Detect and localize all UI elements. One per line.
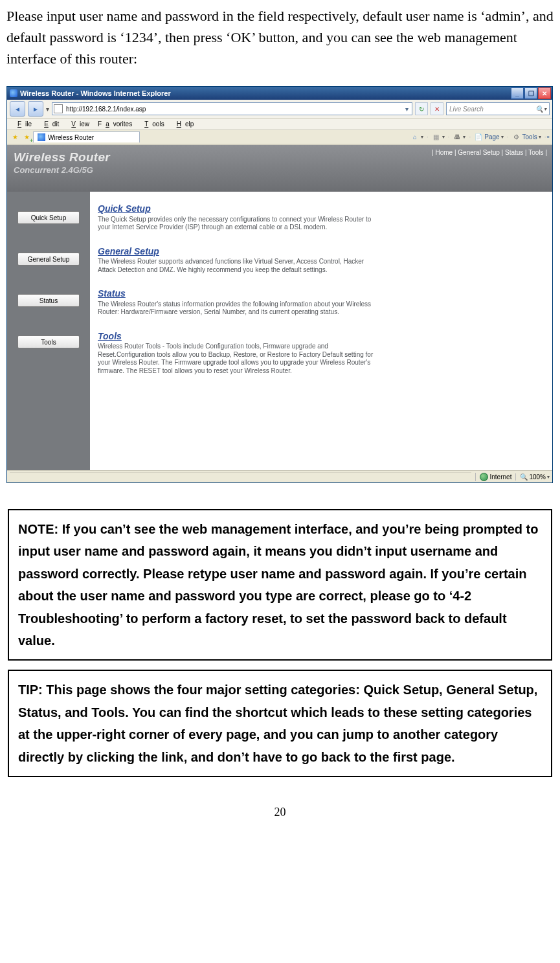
router-header-subtitle: Concurrent 2.4G/5G	[14, 165, 546, 175]
zoom-icon: 🔍	[520, 473, 528, 481]
search-icon[interactable]: 🔍	[535, 106, 543, 113]
add-favorites-icon[interactable]: ★+	[21, 132, 32, 142]
globe-icon	[480, 473, 488, 481]
forward-button[interactable]: ►	[28, 101, 43, 117]
router-top-links[interactable]: | Home | General Setup | Status | Tools …	[432, 149, 547, 156]
section-desc-status: The Wireless Router's status information…	[98, 300, 376, 317]
stop-button[interactable]: ✕	[431, 102, 443, 115]
window-titlebar: Wireless Router - Windows Internet Explo…	[7, 87, 552, 100]
window-title: Wireless Router - Windows Internet Explo…	[20, 89, 171, 97]
search-box[interactable]: Live Search 🔍 ▾	[446, 102, 550, 115]
section-title-quick-setup[interactable]: Quick Setup	[98, 203, 543, 215]
note-box: NOTE: If you can’t see the web managemen…	[8, 509, 552, 661]
maximize-button[interactable]: ❐	[524, 87, 537, 99]
section-quick-setup: Quick Setup The Quick Setup provides onl…	[98, 203, 543, 232]
tab-favicon-icon	[38, 133, 45, 141]
tab-bar: ★ ★+ Wireless Router ⌂▾ · ▦▾ · 🖶▾ · 📄Pag…	[7, 130, 552, 145]
menu-help[interactable]: Help	[169, 120, 198, 128]
section-title-status[interactable]: Status	[98, 288, 543, 300]
url-input[interactable]	[65, 105, 403, 113]
router-main: Quick Setup The Quick Setup provides onl…	[90, 192, 552, 470]
ie-icon	[10, 89, 17, 97]
menu-view[interactable]: View	[63, 120, 93, 128]
zone-label: Internet	[490, 473, 512, 481]
intro-paragraph: Please input user name and password in t…	[6, 5, 554, 69]
sidebar-tools-button[interactable]: Tools	[17, 335, 80, 348]
menu-tools[interactable]: Tools	[137, 120, 168, 128]
router-sidebar: Quick Setup General Setup Status Tools	[7, 192, 90, 470]
tip-text: TIP: This page shows the four major sett…	[18, 679, 542, 768]
zone-indicator: Internet	[475, 473, 512, 481]
page-menu[interactable]: 📄Page ▾	[471, 132, 506, 142]
zoom-control[interactable]: 🔍 100% ▾	[515, 473, 550, 481]
favorites-star-icon[interactable]: ★	[10, 132, 20, 142]
page-content: Wireless Router Concurrent 2.4G/5G | Hom…	[7, 145, 552, 470]
browser-window: Wireless Router - Windows Internet Explo…	[6, 86, 553, 483]
refresh-button[interactable]: ↻	[415, 102, 428, 115]
back-button[interactable]: ◄	[10, 101, 25, 117]
page-icon	[54, 104, 63, 113]
section-desc-quick-setup: The Quick Setup provides only the necess…	[98, 216, 376, 232]
tip-box: TIP: This page shows the four major sett…	[8, 670, 552, 777]
section-tools: Tools Wireless Router Tools - Tools incl…	[98, 331, 543, 376]
horizontal-scrollbar[interactable]	[10, 472, 471, 482]
sidebar-general-setup-button[interactable]: General Setup	[17, 253, 80, 266]
page-number: 20	[6, 806, 554, 819]
menu-bar: File Edit View Favorites Tools Help	[7, 119, 552, 130]
close-button[interactable]: ✕	[538, 87, 551, 99]
browser-tab[interactable]: Wireless Router	[33, 131, 140, 142]
url-dropdown-icon[interactable]: ▾	[403, 106, 410, 113]
zoom-value: 100%	[529, 473, 546, 481]
tab-label: Wireless Router	[48, 134, 94, 141]
minimize-button[interactable]: _	[511, 87, 524, 99]
sidebar-quick-setup-button[interactable]: Quick Setup	[17, 211, 80, 224]
menu-favorites[interactable]: Favorites	[94, 120, 136, 128]
nav-toolbar: ◄ ► ▾ ▾ ↻ ✕ Live Search 🔍 ▾	[7, 100, 552, 119]
status-bar: Internet 🔍 100% ▾	[7, 470, 552, 482]
print-button[interactable]: 🖶▾	[450, 132, 468, 142]
sidebar-status-button[interactable]: Status	[17, 294, 80, 307]
section-title-general-setup[interactable]: General Setup	[98, 246, 543, 258]
address-bar[interactable]: ▾	[52, 102, 412, 115]
section-general-setup: General Setup The Wireless Router suppor…	[98, 246, 543, 275]
router-header: Wireless Router Concurrent 2.4G/5G | Hom…	[7, 145, 552, 192]
section-desc-tools: Wireless Router Tools - Tools include Co…	[98, 343, 376, 375]
tools-menu[interactable]: ⚙Tools ▾	[509, 132, 543, 142]
note-text: NOTE: If you can’t see the web managemen…	[18, 518, 542, 651]
menu-file[interactable]: File	[10, 120, 36, 128]
menu-edit[interactable]: Edit	[36, 120, 63, 128]
feeds-button[interactable]: ▦▾	[429, 132, 447, 142]
section-status: Status The Wireless Router's status info…	[98, 288, 543, 317]
home-button[interactable]: ⌂▾	[408, 132, 426, 142]
search-placeholder: Live Search	[449, 106, 484, 113]
section-desc-general-setup: The Wireless Router supports advanced fu…	[98, 258, 376, 274]
section-title-tools[interactable]: Tools	[98, 331, 543, 343]
